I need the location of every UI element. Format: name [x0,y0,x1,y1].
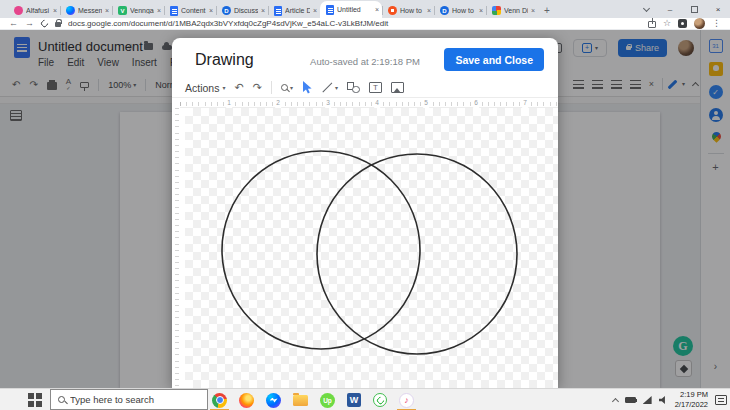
reload-icon[interactable] [40,19,50,29]
taskbar-clock[interactable]: 2:19 PM 2/17/2022 [675,390,708,410]
magnifier-icon [281,84,288,91]
shape-tool[interactable] [347,82,360,93]
tab-close-icon[interactable]: × [261,7,265,14]
forward-icon[interactable]: → [25,19,34,28]
clock-time: 2:19 PM [675,390,708,400]
venn-svg [185,108,558,388]
zoom-tool[interactable]: ▾ [281,84,293,91]
select-cursor-icon [302,81,313,94]
taskbar-firefox[interactable] [239,389,254,410]
alfafusion-favicon [14,6,23,15]
tab-content-doc[interactable]: Content× [164,3,216,18]
venn-circle-left[interactable] [222,151,420,349]
new-tab-button[interactable]: + [544,5,550,16]
tab-how-to-1[interactable]: How to× [382,3,434,18]
clock-date: 2/17/2022 [675,400,708,410]
vertical-ruler [172,108,180,388]
tab-close-icon[interactable]: × [375,6,379,13]
tab-alfafusion[interactable]: Alfafusi× [8,3,60,18]
taskbar-messenger[interactable] [266,389,281,410]
howto-favicon [388,6,397,15]
discussion-favicon: D [222,6,231,15]
select-tool[interactable] [302,81,313,94]
messenger-favicon [66,6,75,15]
tab-how-to-2[interactable]: DHow to× [434,3,486,18]
actions-menu[interactable]: Actions ▾ [185,82,225,94]
share-page-icon[interactable] [648,21,656,28]
url-text[interactable]: docs.google.com/document/d/1MBA2qdx3bVYx… [68,19,641,28]
redo-button[interactable]: ↷ [253,82,262,93]
extension-icon[interactable] [678,19,687,28]
taskbar-file-explorer[interactable] [293,389,308,410]
tab-close-icon[interactable]: × [427,7,431,14]
network-icon[interactable] [643,396,652,404]
taskbar-itunes[interactable]: ♪ [399,389,414,410]
taskbar-chrome[interactable] [212,389,227,410]
battery-icon[interactable] [625,397,636,403]
taskbar-upwork[interactable]: Up [320,389,335,410]
docs-favicon [326,5,334,15]
messenger-icon [266,393,281,408]
tab-discussion[interactable]: DDiscuss× [216,3,268,18]
line-tool[interactable]: ▾ [322,82,338,93]
volume-icon[interactable] [659,396,668,404]
venngage-favicon: V [118,6,127,15]
screen: Untitled document ☆ File Edit View Inser… [0,0,730,410]
tab-venn-diagram[interactable]: Venn Di× [486,3,538,18]
taskbar-whatsapp[interactable] [373,389,387,410]
tab-close-icon[interactable]: × [53,7,57,14]
tab-article-doc[interactable]: Article D× [268,3,320,18]
caret-down-icon: ▾ [290,85,293,91]
browser-profile-avatar[interactable] [694,18,705,29]
venn-circle-right[interactable] [317,154,517,354]
tab-close-icon[interactable]: × [531,7,535,14]
word-icon: W [347,393,361,407]
tray-show-hidden-icon[interactable] [612,397,619,404]
tab-close-icon[interactable]: × [209,7,213,14]
window-maximize-button[interactable] [682,0,706,18]
save-and-close-button[interactable]: Save and Close [444,48,544,71]
action-center-icon[interactable] [715,395,727,405]
back-icon[interactable]: ← [9,19,18,28]
drawing-dialog-header: Drawing Auto-saved at 2:19:18 PM Save an… [172,38,558,78]
ruler-ticks [175,108,179,388]
browser-tab-strip: Alfafusi× Messeng× VVenngag× Content× DD… [0,0,730,18]
bookmark-star-icon[interactable]: ☆ [663,19,671,28]
howto2-favicon: D [440,6,449,15]
browser-address-bar: ← → docs.google.com/document/d/1MBA2qdx3… [0,18,730,30]
tab-untitled-active[interactable]: Untitled× [320,1,382,18]
music-icon: ♪ [399,393,414,408]
system-tray: 2:19 PM 2/17/2022 [613,389,727,410]
taskbar-search[interactable] [50,389,208,410]
file-explorer-icon [293,395,308,406]
window-close-button[interactable]: × [706,0,730,18]
caret-down-icon: ▾ [335,85,338,91]
tab-venngage[interactable]: VVenngag× [112,3,164,18]
start-button-icon[interactable] [28,393,42,407]
tab-close-icon[interactable]: × [313,7,317,14]
line-icon [322,82,333,93]
tab-close-icon[interactable]: × [105,7,109,14]
ruler-ticks [180,102,558,106]
https-lock-icon[interactable] [55,22,61,27]
toolbar-separator [271,81,272,94]
window-minimize-button[interactable]: – [658,0,682,18]
text-box-tool[interactable]: T [369,82,382,93]
caret-down-icon: ▾ [222,85,225,91]
chrome-icon [212,393,227,408]
taskbar-word[interactable]: W [347,389,361,410]
upwork-icon: Up [320,393,335,408]
drawings-favicon [492,6,501,15]
insert-image-tool[interactable] [391,82,404,93]
drawing-canvas[interactable] [185,108,558,388]
browser-menu-kebab-icon[interactable]: ⋮ [712,19,721,28]
firefox-icon [239,393,254,408]
tab-messenger[interactable]: Messeng× [60,3,112,18]
tab-close-icon[interactable]: × [479,7,483,14]
docs-favicon [170,6,178,16]
search-input[interactable] [70,394,200,405]
tab-close-icon[interactable]: × [157,7,161,14]
undo-button[interactable]: ↶ [234,82,243,93]
tab-search-chevron-icon[interactable] [634,0,658,18]
drawing-dialog: Drawing Auto-saved at 2:19:18 PM Save an… [172,38,558,388]
